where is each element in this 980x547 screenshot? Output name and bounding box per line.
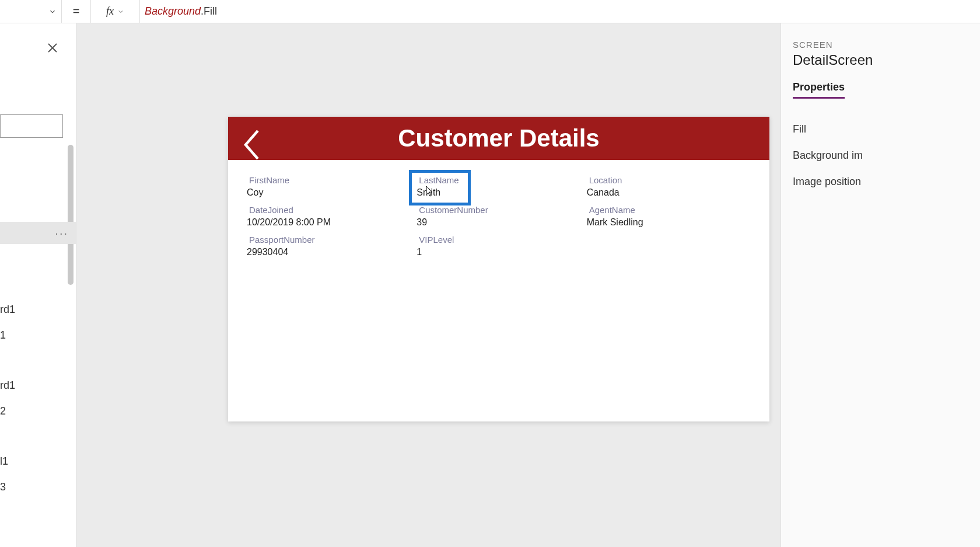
tree-view-panel: ··· rd1 1 rd1 2 l1 3 <box>0 23 76 547</box>
tree-item[interactable]: 1 <box>0 329 6 342</box>
tree-item[interactable]: rd1 <box>0 304 15 316</box>
properties-panel: SCREEN DetailScreen Properties Fill Back… <box>780 23 980 547</box>
field-value: 39 <box>416 215 580 228</box>
back-button[interactable] <box>242 127 263 151</box>
field-value: Smith <box>416 185 463 198</box>
main-area: ··· rd1 1 rd1 2 l1 3 Customer Details Fi… <box>0 23 980 547</box>
property-dropdown[interactable] <box>0 0 62 23</box>
field-label: LastName <box>416 175 463 185</box>
formula-input[interactable]: Background.Fill <box>140 0 980 23</box>
tree-item[interactable]: 3 <box>0 481 6 493</box>
field-label: DateJoined <box>247 205 411 215</box>
tree-search-input[interactable] <box>0 114 63 138</box>
field-empty <box>587 235 751 257</box>
tree-item[interactable]: rd1 <box>0 379 15 392</box>
fx-label: fx <box>106 5 114 18</box>
tree-item[interactable]: l1 <box>0 455 8 468</box>
field-passportnumber[interactable]: PassportNumber 29930404 <box>247 235 411 257</box>
field-customernumber[interactable]: CustomerNumber 39 <box>416 205 580 228</box>
app-header: Customer Details <box>228 117 769 160</box>
field-location[interactable]: Location Canada <box>587 175 751 198</box>
property-image-position[interactable]: Image position <box>793 169 968 195</box>
tree-scrollbar[interactable] <box>68 145 74 285</box>
field-agentname[interactable]: AgentName Mark Siedling <box>587 205 751 228</box>
tree-selected-item[interactable]: ··· <box>0 222 76 244</box>
chevron-down-icon <box>48 8 57 16</box>
panel-caption: SCREEN <box>793 40 968 50</box>
panel-title: DetailScreen <box>793 52 968 68</box>
field-label: CustomerNumber <box>416 205 580 215</box>
property-list: Fill Background im Image position <box>793 116 968 195</box>
field-value: 10/20/2019 8:00 PM <box>247 215 411 228</box>
field-value: 1 <box>416 245 580 257</box>
detail-form[interactable]: FirstName Coy LastName Smith Location Ca… <box>228 160 769 273</box>
close-icon <box>46 41 60 55</box>
equals-label: = <box>62 0 91 23</box>
chevron-down-icon <box>117 8 124 15</box>
field-datejoined[interactable]: DateJoined 10/20/2019 8:00 PM <box>247 205 411 228</box>
panel-tabs: Properties <box>793 81 968 99</box>
field-label: Location <box>587 175 751 185</box>
property-fill[interactable]: Fill <box>793 116 968 142</box>
field-value: 29930404 <box>247 245 411 257</box>
more-icon[interactable]: ··· <box>55 227 68 240</box>
field-lastname[interactable]: LastName Smith <box>411 172 469 204</box>
field-label: FirstName <box>247 175 411 185</box>
field-value: Canada <box>587 185 751 198</box>
canvas-area[interactable]: Customer Details FirstName Coy LastName … <box>76 23 780 547</box>
close-panel-button[interactable] <box>46 41 60 55</box>
field-viplevel[interactable]: VIPLevel 1 <box>416 235 580 257</box>
formula-text-plain: .Fill <box>201 5 217 18</box>
property-background-image[interactable]: Background im <box>793 142 968 169</box>
field-label: VIPLevel <box>416 235 580 245</box>
field-firstname[interactable]: FirstName Coy <box>247 175 411 198</box>
formula-bar: = fx Background.Fill <box>0 0 980 23</box>
field-label: PassportNumber <box>247 235 411 245</box>
field-label: AgentName <box>587 205 751 215</box>
tree-item[interactable]: 2 <box>0 405 6 417</box>
tab-properties[interactable]: Properties <box>793 81 845 99</box>
header-title: Customer Details <box>228 124 769 152</box>
app-screen[interactable]: Customer Details FirstName Coy LastName … <box>228 117 769 421</box>
fx-button[interactable]: fx <box>91 0 140 23</box>
field-value: Coy <box>247 185 411 198</box>
back-arrow-icon <box>242 127 263 162</box>
formula-text-italic: Background <box>145 5 201 18</box>
field-value: Mark Siedling <box>587 215 751 228</box>
